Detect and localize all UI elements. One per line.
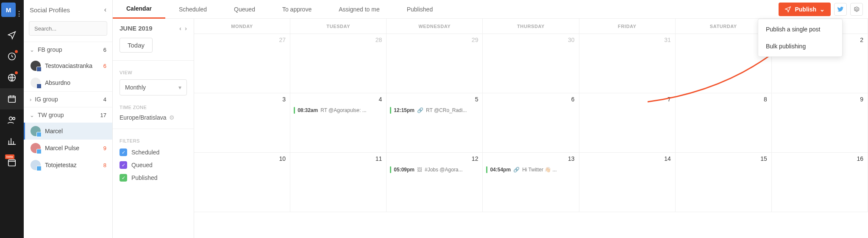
calendar-cell[interactable]: 7 xyxy=(579,93,676,153)
calendar-event[interactable]: 12:15pm🔗RT @CRo_Radi... xyxy=(390,107,479,114)
day-number: 31 xyxy=(664,36,671,43)
event-bar-icon xyxy=(390,107,391,114)
rail-calendar[interactable] xyxy=(0,88,24,109)
profile-name: Absurdno xyxy=(45,79,70,86)
chevron-down-icon: ⌄ xyxy=(820,6,825,13)
calendar-cell[interactable]: 27 xyxy=(194,34,290,93)
tab-published[interactable]: Published xyxy=(393,0,447,19)
tab-scheduled[interactable]: Scheduled xyxy=(165,0,220,19)
kebab-icon: ⋮ xyxy=(16,10,22,18)
current-month: JUNE 2019 xyxy=(120,25,153,32)
event-text: RT @CRo_Radi... xyxy=(426,107,467,113)
calendar-cell[interactable]: 11 xyxy=(290,153,387,212)
calendar-cell[interactable]: 29 xyxy=(387,34,483,93)
dashboard-icon xyxy=(7,52,17,61)
avatar xyxy=(31,78,41,88)
dd-bulk-publish[interactable]: Bulk publishing xyxy=(758,38,842,55)
day-header: WEDNESDAY xyxy=(387,19,483,34)
checkbox-icon: ✓ xyxy=(120,174,127,182)
calendar-cell[interactable]: 408:32amRT @Agorapulse: ... xyxy=(290,93,387,153)
profile-item-absurdno[interactable]: Absurdno xyxy=(24,74,112,91)
event-bar-icon xyxy=(294,107,295,114)
calendar-cell[interactable]: 30 xyxy=(483,34,579,93)
filter-label: Published xyxy=(131,174,158,181)
day-number: 15 xyxy=(760,155,767,162)
rail-listening[interactable] xyxy=(0,67,24,88)
calendar-cell[interactable]: 1205:09pm🖼#Jobs @Agora... xyxy=(387,153,483,212)
notification-dot-icon xyxy=(15,71,18,74)
collapse-sidebar-button[interactable]: ‹ xyxy=(104,6,106,14)
calendar-cell[interactable]: 1 xyxy=(676,34,772,93)
calendar-cell[interactable]: 15 xyxy=(676,153,772,212)
svg-point-3 xyxy=(9,117,12,120)
timezone-label: TIME ZONE xyxy=(120,105,187,110)
calendar-cell[interactable]: 28 xyxy=(290,34,387,93)
profile-count: 6 xyxy=(103,63,106,69)
prev-month-button[interactable]: ‹ xyxy=(179,25,181,32)
group-fb[interactable]: ⌄ FB group 6 xyxy=(30,46,106,53)
view-value: Monthly xyxy=(125,84,146,91)
today-button[interactable]: Today xyxy=(120,38,153,53)
calendar-cell[interactable]: 8 xyxy=(676,93,772,153)
calendar-event[interactable]: 04:54pm🔗Hi Twitter 👋🏻 ... xyxy=(486,166,575,173)
avatar-initial: M xyxy=(6,6,11,14)
workspace-switcher[interactable]: M ⋮ xyxy=(1,3,22,25)
twitter-account-button[interactable] xyxy=(834,3,847,16)
profile-count: 8 xyxy=(103,162,106,168)
tab-assigned[interactable]: Assigned to me xyxy=(325,0,393,19)
rail-users[interactable] xyxy=(0,109,24,131)
tab-to-approve[interactable]: To approve xyxy=(269,0,325,19)
next-month-button[interactable]: › xyxy=(185,25,187,32)
event-bar-icon xyxy=(390,166,391,173)
paper-plane-icon xyxy=(785,6,791,13)
calendar-cell[interactable]: 6 xyxy=(483,93,579,153)
event-time: 12:15pm xyxy=(394,107,415,113)
day-number: 9 xyxy=(860,96,863,103)
gear-icon xyxy=(853,6,860,13)
profile-name: Marcel Pulse xyxy=(45,145,79,151)
group-ig[interactable]: › IG group 4 xyxy=(30,96,106,103)
calendar-cell[interactable]: 14 xyxy=(579,153,676,212)
profiles-sidebar: Social Profiles ‹ ⌄ FB group 6 Testovaci… xyxy=(24,0,113,238)
event-text: #Jobs @Agora... xyxy=(425,167,463,173)
calendar-cell[interactable]: 31 xyxy=(579,34,676,93)
calendar-cell[interactable]: 1304:54pm🔗Hi Twitter 👋🏻 ... xyxy=(483,153,579,212)
profile-item-totojetestaz[interactable]: Totojetestaz 8 xyxy=(24,157,112,174)
day-number: 2 xyxy=(860,36,863,43)
search-input[interactable] xyxy=(29,21,107,36)
calendar-cell[interactable]: 9 xyxy=(772,93,868,153)
calendar-cell[interactable]: 10 xyxy=(194,153,290,212)
filter-published[interactable]: ✓Published xyxy=(120,174,187,182)
calendar-event[interactable]: 08:32amRT @Agorapulse: ... xyxy=(294,107,383,114)
filter-queued[interactable]: ✓Queued xyxy=(120,161,187,169)
event-text: RT @Agorapulse: ... xyxy=(320,107,366,113)
view-select[interactable]: Monthly ▾ xyxy=(120,79,187,95)
gear-icon[interactable]: ⚙ xyxy=(169,114,175,121)
calendar-event[interactable]: 05:09pm🖼#Jobs @Agora... xyxy=(390,166,479,173)
globe-icon xyxy=(7,73,17,82)
day-number: 11 xyxy=(376,155,382,162)
profile-item-testovaciastranka[interactable]: Testovaciastranka 6 xyxy=(24,57,112,74)
calendar-cell[interactable]: 3 xyxy=(194,93,290,153)
rail-dashboard[interactable] xyxy=(0,46,24,67)
facebook-badge-icon xyxy=(36,84,42,89)
filters-label: FILTERS xyxy=(120,138,187,143)
tab-calendar[interactable]: Calendar xyxy=(113,0,165,19)
filter-scheduled[interactable]: ✓Scheduled xyxy=(120,148,187,156)
tab-queued[interactable]: Queued xyxy=(220,0,269,19)
rail-inbox[interactable] xyxy=(0,25,24,46)
profile-item-marcel-pulse[interactable]: Marcel Pulse 9 xyxy=(24,140,112,157)
day-number: 7 xyxy=(668,96,671,103)
rail-reports[interactable] xyxy=(0,131,24,152)
publish-button[interactable]: Publish ⌄ xyxy=(779,3,831,16)
rail-beta[interactable]: beta xyxy=(0,152,24,173)
calendar-cell[interactable]: 16 xyxy=(772,153,868,212)
avatar xyxy=(31,126,41,136)
settings-button[interactable] xyxy=(850,3,863,16)
profile-item-marcel[interactable]: Marcel xyxy=(24,123,112,140)
group-tw[interactable]: ⌄ TW group 17 xyxy=(30,112,106,118)
calendar-cell[interactable]: 512:15pm🔗RT @CRo_Radi... xyxy=(387,93,483,153)
dd-publish-single[interactable]: Publish a single post xyxy=(758,21,842,38)
day-number: 10 xyxy=(279,155,286,162)
chevron-down-icon: ⌄ xyxy=(30,112,34,118)
